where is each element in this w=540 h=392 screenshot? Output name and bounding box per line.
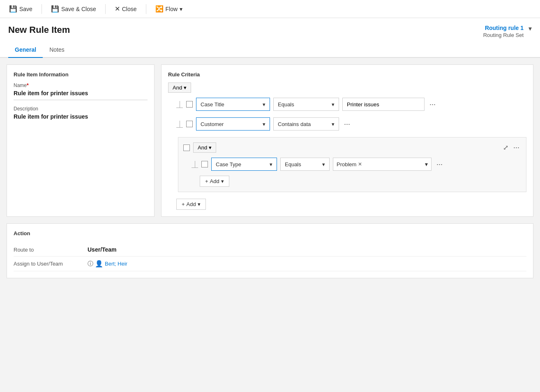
nested-add-button[interactable]: + Add ▾ xyxy=(200,176,229,187)
row1-checkbox[interactable] xyxy=(186,101,193,108)
nested-add-chevron-icon: ▾ xyxy=(221,178,224,184)
tab-general[interactable]: General xyxy=(8,43,43,58)
flow-button[interactable]: 🔀 Flow ▾ xyxy=(151,3,187,14)
and-button[interactable]: And ▾ xyxy=(168,83,191,93)
row1-field-select[interactable]: Case Title ▾ xyxy=(196,98,270,111)
flow-chevron-icon: ▾ xyxy=(180,6,182,12)
tag-close-button[interactable]: ✕ xyxy=(358,161,362,167)
tag-problem: Problem ✕ xyxy=(337,161,362,167)
row2-more-button[interactable]: ··· xyxy=(342,120,352,128)
nested-row1-operator-select[interactable]: Equals ▾ xyxy=(280,158,330,171)
save-close-button[interactable]: 💾 Save & Close xyxy=(47,3,100,14)
tabs-bar: General Notes xyxy=(0,43,540,58)
flow-icon: 🔀 xyxy=(155,5,164,13)
criteria-title: Rule Criteria xyxy=(168,71,526,78)
assign-label: Assign to User/Team xyxy=(14,261,88,267)
name-label: Name* xyxy=(14,83,148,88)
route-to-value: User/Team xyxy=(88,246,117,253)
required-indicator: * xyxy=(27,83,29,88)
save-icon: 💾 xyxy=(9,5,17,13)
row2-field-select[interactable]: Customer ▾ xyxy=(196,117,270,131)
nested-add-plus-icon: + xyxy=(205,178,208,184)
nested-add-label: Add xyxy=(210,178,219,184)
description-label: Description xyxy=(14,106,148,112)
routing-rule-area: Routing rule 1 Routing Rule Set xyxy=(483,25,524,38)
nested-and-chevron-icon: ▾ xyxy=(209,144,212,151)
nested-row1-tag-field[interactable]: Problem ✕ ▾ xyxy=(333,158,432,171)
routing-rule-sub: Routing Rule Set xyxy=(483,32,524,38)
outer-add-chevron-icon: ▾ xyxy=(198,201,201,207)
nested-row1-op-chevron-icon: ▾ xyxy=(322,161,325,167)
rule-criteria-panel: Rule Criteria And ▾ Case Title xyxy=(161,64,533,217)
close-icon: ✕ xyxy=(115,5,120,13)
save-close-icon: 💾 xyxy=(51,5,59,13)
nested-row1-checkbox[interactable] xyxy=(201,161,208,167)
row2-op-chevron-icon: ▾ xyxy=(332,121,335,127)
page-header: New Rule Item Routing rule 1 Routing Rul… xyxy=(0,18,540,38)
description-value: Rule item for printer issues xyxy=(14,113,148,120)
nested-header: And ▾ ⤢ ··· xyxy=(183,142,521,153)
save-button[interactable]: 💾 Save xyxy=(5,3,37,14)
row1-op-chevron-icon: ▾ xyxy=(332,101,335,108)
rule-info-title: Rule Item Information xyxy=(14,71,148,78)
row1-field-chevron-icon: ▾ xyxy=(263,101,265,108)
action-panel: Action Route to User/Team Assign to User… xyxy=(7,223,533,278)
row2-checkbox[interactable] xyxy=(186,121,193,127)
route-to-label: Route to xyxy=(14,247,88,253)
outer-add-button[interactable]: + Add ▾ xyxy=(176,199,206,210)
nested-more-button[interactable]: ··· xyxy=(512,143,521,152)
nested-and-button[interactable]: And ▾ xyxy=(193,142,216,153)
info-icon: ⓘ xyxy=(88,260,93,268)
user-icon: 👤 xyxy=(95,260,103,268)
outer-add-label: Add xyxy=(187,201,196,207)
separator xyxy=(42,4,42,14)
tag-field-chevron-icon[interactable]: ▾ xyxy=(425,161,428,167)
top-row: Rule Item Information Name* Rule item fo… xyxy=(7,64,533,217)
action-title: Action xyxy=(14,230,526,236)
outer-add-plus-icon: + xyxy=(182,201,185,207)
row2-operator-select[interactable]: Contains data ▾ xyxy=(273,117,339,131)
main-content: Rule Item Information Name* Rule item fo… xyxy=(0,58,540,392)
routing-rule-link[interactable]: Routing rule 1 xyxy=(485,25,524,31)
nested-group: And ▾ ⤢ ··· Case Type xyxy=(178,137,526,192)
nested-row1-field-chevron-icon: ▾ xyxy=(270,161,272,167)
rule-info-panel: Rule Item Information Name* Rule item fo… xyxy=(7,64,155,217)
routing-rule-chevron-icon[interactable]: ▾ xyxy=(528,25,532,32)
nested-checkbox[interactable] xyxy=(183,144,190,151)
row1-more-button[interactable]: ··· xyxy=(428,100,437,109)
close-button[interactable]: ✕ Close xyxy=(111,3,141,14)
nested-row1-field-select[interactable]: Case Type ▾ xyxy=(211,158,277,171)
toolbar: 💾 Save 💾 Save & Close ✕ Close 🔀 Flow ▾ xyxy=(0,0,540,18)
route-to-row: Route to User/Team xyxy=(14,243,526,257)
collapse-button[interactable]: ⤢ xyxy=(503,144,508,151)
row1-operator-select[interactable]: Equals ▾ xyxy=(273,98,339,111)
row2-field-chevron-icon: ▾ xyxy=(263,121,265,127)
name-value: Rule item for printer issues xyxy=(14,90,148,100)
and-button-container: And ▾ xyxy=(168,83,526,98)
page-title: New Rule Item xyxy=(8,25,70,35)
nested-row1-more-button[interactable]: ··· xyxy=(435,160,444,169)
and-chevron-icon: ▾ xyxy=(184,85,187,91)
separator2 xyxy=(105,4,106,14)
row1-value-input[interactable] xyxy=(342,98,425,111)
assign-value-link[interactable]: Bert; Heir xyxy=(105,261,127,267)
separator3 xyxy=(146,4,146,14)
tab-notes[interactable]: Notes xyxy=(43,43,71,58)
assign-row: Assign to User/Team ⓘ 👤 Bert; Heir xyxy=(14,257,526,271)
